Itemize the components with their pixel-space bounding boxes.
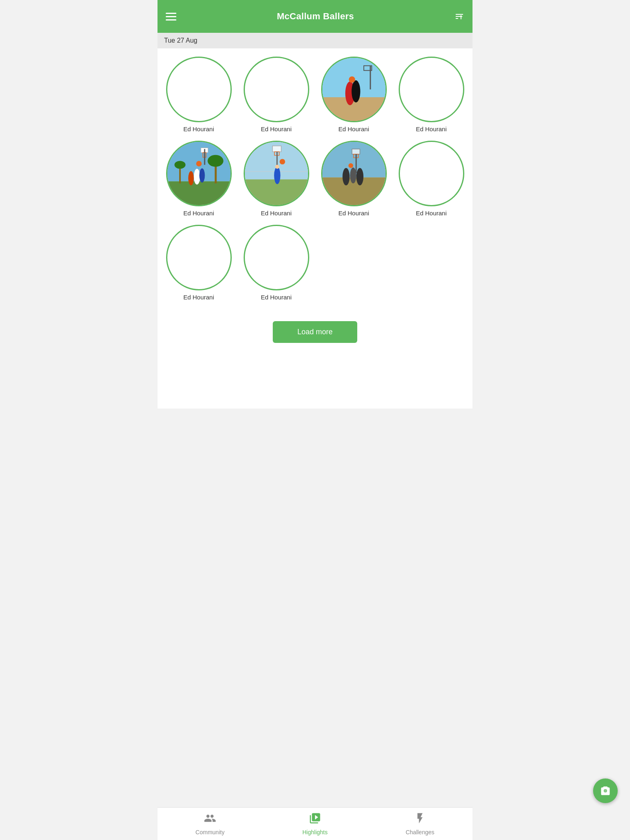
avatar-circle-3	[321, 57, 387, 122]
app-title: McCallum Ballers	[277, 11, 354, 22]
svg-point-19	[196, 161, 201, 166]
svg-rect-22	[272, 146, 281, 152]
avatar-label-10: Ed Hourani	[261, 294, 292, 301]
svg-point-26	[274, 167, 280, 184]
svg-point-12	[174, 161, 185, 169]
grid-item-4[interactable]: Ed Hourani	[397, 57, 466, 132]
grid-item-7[interactable]: Ed Hourani	[319, 141, 388, 217]
svg-rect-33	[355, 154, 356, 173]
svg-point-37	[348, 163, 353, 168]
bottom-spacer	[158, 368, 472, 409]
svg-rect-31	[352, 149, 360, 154]
load-more-button[interactable]: Load more	[273, 321, 357, 343]
svg-point-34	[342, 168, 349, 185]
avatar-label-4: Ed Hourani	[416, 126, 447, 132]
grid-item-2[interactable]: Ed Hourani	[242, 57, 311, 132]
load-more-container: Load more	[158, 309, 472, 368]
svg-point-17	[199, 168, 204, 183]
svg-point-36	[356, 168, 363, 185]
avatar-label-9: Ed Hourani	[183, 294, 214, 301]
sort-button[interactable]	[454, 11, 464, 21]
svg-point-6	[349, 76, 355, 82]
grid-item-6[interactable]: Ed Hourani	[242, 141, 311, 217]
svg-point-18	[188, 171, 194, 185]
avatar-label-7: Ed Hourani	[338, 210, 369, 217]
avatar-circle-7	[321, 141, 387, 206]
avatar-label-1: Ed Hourani	[183, 126, 214, 132]
avatar-circle-9	[166, 225, 232, 290]
date-bar: Tue 27 Aug	[158, 33, 472, 48]
avatar-circle-10	[244, 225, 309, 290]
avatar-circle-8	[399, 141, 464, 206]
avatar-label-3: Ed Hourani	[338, 126, 369, 132]
date-text: Tue 27 Aug	[164, 37, 197, 44]
grid-item-10[interactable]: Ed Hourani	[242, 225, 311, 301]
avatar-circle-1	[166, 57, 232, 122]
svg-point-5	[352, 80, 360, 103]
menu-button[interactable]	[166, 13, 176, 21]
avatar-label-5: Ed Hourani	[183, 210, 214, 217]
svg-point-27	[275, 165, 279, 169]
svg-rect-8	[167, 181, 231, 205]
svg-point-28	[279, 159, 285, 164]
avatar-circle-4	[399, 57, 464, 122]
avatar-circle-6	[244, 141, 309, 206]
sort-icon	[454, 11, 464, 21]
grid-item-5[interactable]: Ed Hourani	[164, 141, 233, 217]
grid-item-9[interactable]: Ed Hourani	[164, 225, 233, 301]
svg-rect-2	[370, 66, 371, 89]
avatar-label-6: Ed Hourani	[261, 210, 292, 217]
svg-point-10	[208, 155, 224, 167]
avatar-circle-2	[244, 57, 309, 122]
svg-rect-15	[204, 149, 205, 165]
svg-point-16	[194, 169, 200, 185]
svg-point-35	[350, 168, 356, 184]
grid-item-8[interactable]: Ed Hourani	[397, 141, 466, 217]
avatar-circle-5	[166, 141, 232, 206]
grid-item-3[interactable]: Ed Hourani	[319, 57, 388, 132]
avatar-label-8: Ed Hourani	[416, 210, 447, 217]
app-header: McCallum Ballers	[158, 0, 472, 33]
grid-item-1[interactable]: Ed Hourani	[164, 57, 233, 132]
highlights-grid: Ed HouraniEd Hourani Ed HouraniE	[158, 48, 472, 309]
avatar-label-2: Ed Hourani	[261, 126, 292, 132]
